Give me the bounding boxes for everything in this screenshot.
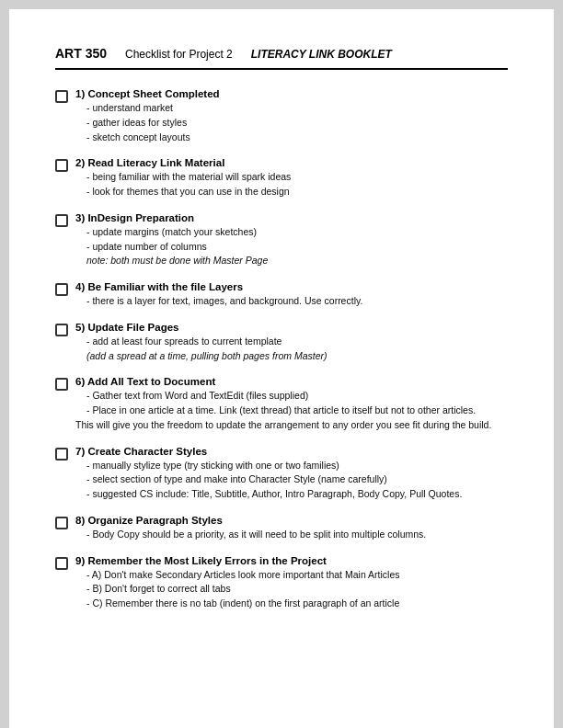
item-sub: - Body Copy should be a priority, as it … [75,528,508,542]
item-sub: - select section of type and make into C… [75,472,508,487]
checklist: 1) Concept Sheet Completed- understand m… [55,88,508,611]
item-title: 1) Concept Sheet Completed [75,88,508,99]
item-sub: - C) Remember there is no tab (indent) o… [75,597,508,611]
item-content: 7) Create Character Styles- manually sty… [75,446,508,502]
item-sub: - sketch concept layouts [75,131,508,145]
item-sub: - Place in one article at a time. Link (… [75,404,508,418]
item-sub: - manually stylize type (try sticking wi… [75,459,508,473]
item-sub: - there is a layer for text, images, and… [75,294,508,309]
item-sub: - update margins (match your sketches) [75,225,508,240]
checkbox[interactable] [55,378,68,391]
checkbox[interactable] [55,448,68,461]
page-subtitle: LITERACY LINK BOOKLET [251,48,392,61]
item-content: 1) Concept Sheet Completed- understand m… [75,88,508,144]
item-title: 8) Organize Paragraph Styles [75,515,508,526]
item-sub: - look for themes that you can use in th… [75,185,508,199]
checklist-item: 8) Organize Paragraph Styles- Body Copy … [55,515,508,542]
item-title: 5) Update File Pages [75,322,508,333]
page: ART 350 Checklist for Project 2 LITERACY… [9,9,554,728]
checkbox[interactable] [55,159,68,172]
item-sub-noindent: This will give you the freedom to update… [75,418,508,433]
item-title: 9) Remember the Most Likely Errors in th… [75,555,508,566]
checklist-item: 9) Remember the Most Likely Errors in th… [55,555,508,611]
checklist-item: 6) Add All Text to Document- Gather text… [55,376,508,432]
checkbox[interactable] [55,324,68,336]
item-title: 4) Be Familiar with the file Layers [75,281,508,292]
item-sub: - add at least four spreads to current t… [75,335,508,349]
item-title: 2) Read Literacy Link Material [75,157,508,168]
item-sub-italic: (add a spread at a time, pulling both pa… [75,349,508,364]
item-content: 4) Be Familiar with the file Layers- the… [75,281,508,309]
item-sub: - understand market [75,101,508,116]
item-sub: - suggested CS include: Title, Subtitle,… [75,487,508,502]
page-title: Checklist for Project 2 [125,48,233,61]
checkbox[interactable] [55,283,68,296]
item-title: 6) Add All Text to Document [75,376,508,387]
item-sub: - update number of columns [75,240,508,255]
item-content: 3) InDesign Preparation- update margins … [75,212,508,268]
checkbox[interactable] [55,90,68,103]
item-content: 2) Read Literacy Link Material- being fa… [75,157,508,199]
header: ART 350 Checklist for Project 2 LITERACY… [55,46,508,70]
item-sub: - Gather text from Word and TextEdit (fi… [75,389,508,404]
item-title: 7) Create Character Styles [75,446,508,457]
item-sub: - A) Don't make Secondary Articles look … [75,568,508,583]
item-content: 5) Update File Pages- add at least four … [75,322,508,364]
item-sub: - being familiar with the material will … [75,170,508,185]
checklist-item: 3) InDesign Preparation- update margins … [55,212,508,268]
item-content: 9) Remember the Most Likely Errors in th… [75,555,508,611]
item-sub-italic: note: both must be done with Master Page [75,254,508,268]
item-sub: - gather ideas for styles [75,116,508,131]
item-title: 3) InDesign Preparation [75,212,508,223]
item-sub: - B) Don't forget to correct all tabs [75,582,508,597]
checklist-item: 2) Read Literacy Link Material- being fa… [55,157,508,199]
checklist-item: 4) Be Familiar with the file Layers- the… [55,281,508,309]
checkbox[interactable] [55,517,68,529]
checklist-item: 5) Update File Pages- add at least four … [55,322,508,364]
checklist-item: 7) Create Character Styles- manually sty… [55,446,508,502]
checkbox[interactable] [55,214,68,227]
course-label: ART 350 [55,46,107,61]
checkbox[interactable] [55,557,68,570]
checklist-item: 1) Concept Sheet Completed- understand m… [55,88,508,144]
item-content: 6) Add All Text to Document- Gather text… [75,376,508,432]
item-content: 8) Organize Paragraph Styles- Body Copy … [75,515,508,542]
